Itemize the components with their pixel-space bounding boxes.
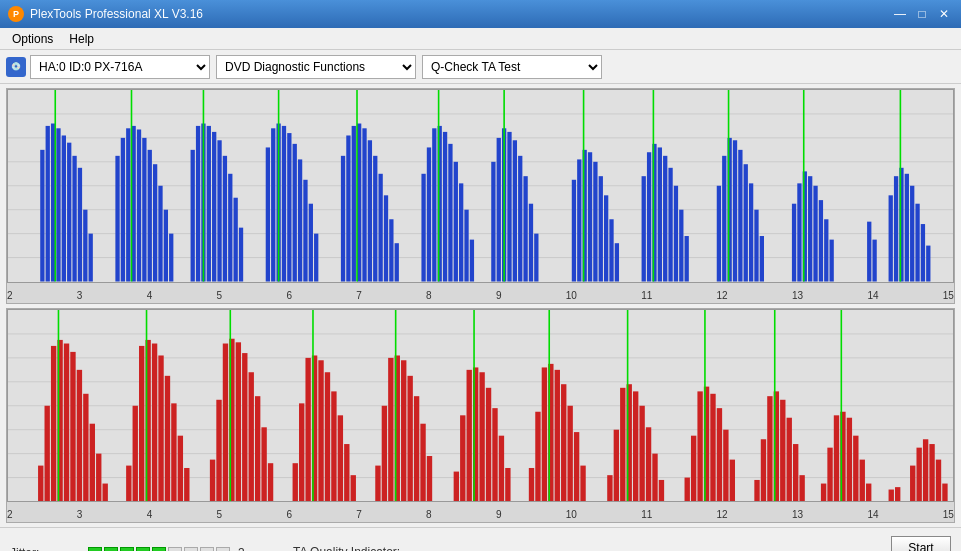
svg-rect-212 — [555, 369, 560, 501]
svg-rect-90 — [599, 176, 603, 281]
svg-rect-162 — [171, 403, 176, 501]
svg-rect-226 — [659, 479, 664, 501]
svg-rect-116 — [797, 183, 801, 281]
svg-rect-147 — [64, 343, 69, 501]
svg-rect-193 — [407, 375, 412, 501]
svg-rect-39 — [239, 228, 243, 282]
svg-rect-243 — [793, 444, 798, 501]
svg-rect-184 — [338, 415, 343, 501]
jitter-meter — [88, 547, 230, 552]
svg-rect-188 — [375, 465, 380, 501]
bottom-panel: Jitter: 3 Peak Shift: — [0, 527, 961, 551]
svg-rect-130 — [910, 186, 914, 282]
svg-rect-260 — [929, 444, 934, 501]
svg-rect-125 — [872, 240, 876, 282]
svg-rect-182 — [325, 372, 330, 501]
svg-rect-92 — [609, 219, 613, 281]
svg-rect-175 — [268, 463, 273, 501]
svg-rect-68 — [443, 132, 447, 282]
svg-rect-155 — [126, 465, 131, 501]
svg-rect-28 — [169, 234, 173, 282]
svg-rect-168 — [223, 343, 228, 501]
svg-rect-85 — [572, 180, 576, 282]
svg-rect-229 — [691, 435, 696, 501]
title-bar: P PlexTools Professional XL V3.16 — □ ✕ — [0, 0, 961, 28]
svg-rect-170 — [236, 342, 241, 501]
svg-rect-36 — [223, 156, 227, 282]
svg-rect-35 — [217, 140, 221, 281]
svg-rect-34 — [212, 132, 216, 282]
menu-help[interactable]: Help — [61, 30, 102, 48]
svg-rect-58 — [373, 156, 377, 282]
svg-rect-233 — [717, 408, 722, 501]
svg-rect-76 — [497, 138, 501, 282]
svg-rect-205 — [499, 435, 504, 501]
svg-rect-259 — [923, 439, 928, 501]
svg-rect-24 — [148, 150, 152, 282]
svg-rect-118 — [808, 176, 812, 281]
svg-rect-248 — [834, 415, 839, 501]
top-chart-svg — [7, 89, 954, 283]
svg-rect-13 — [72, 156, 76, 282]
svg-rect-209 — [535, 411, 540, 501]
svg-rect-95 — [642, 176, 646, 281]
svg-rect-12 — [67, 143, 71, 282]
function-select[interactable]: DVD Diagnostic Functions — [216, 55, 416, 79]
svg-rect-224 — [646, 427, 651, 501]
svg-rect-257 — [910, 465, 915, 501]
svg-rect-112 — [754, 210, 758, 282]
svg-rect-222 — [633, 391, 638, 501]
app-icon: P — [8, 6, 24, 22]
svg-rect-253 — [866, 483, 871, 501]
svg-rect-161 — [165, 375, 170, 501]
bottom-chart-svg — [7, 309, 954, 503]
svg-rect-192 — [401, 360, 406, 501]
svg-rect-261 — [936, 459, 941, 501]
start-button[interactable]: Start — [891, 536, 951, 552]
jitter-cell-8 — [200, 547, 214, 552]
svg-rect-144 — [45, 405, 50, 501]
svg-rect-53 — [346, 135, 350, 281]
svg-rect-241 — [780, 399, 785, 501]
drive-select[interactable]: HA:0 ID:0 PX-716A — [30, 55, 210, 79]
menu-options[interactable]: Options — [4, 30, 61, 48]
svg-rect-228 — [685, 477, 690, 501]
svg-rect-246 — [821, 483, 826, 501]
svg-rect-213 — [561, 384, 566, 501]
svg-rect-15 — [83, 210, 87, 282]
svg-rect-166 — [210, 459, 215, 501]
svg-rect-71 — [459, 183, 463, 281]
svg-rect-11 — [62, 135, 66, 281]
svg-rect-18 — [115, 156, 119, 282]
svg-rect-143 — [38, 465, 43, 501]
jitter-row: Jitter: 3 — [10, 546, 253, 552]
svg-rect-220 — [620, 387, 625, 501]
close-button[interactable]: ✕ — [935, 6, 953, 22]
svg-rect-72 — [464, 210, 468, 282]
svg-rect-113 — [760, 236, 764, 281]
start-btn-panel: Start i — [891, 536, 951, 552]
jitter-cell-4 — [136, 547, 150, 552]
svg-rect-64 — [421, 174, 425, 282]
svg-rect-96 — [647, 152, 651, 281]
svg-rect-98 — [658, 147, 662, 281]
svg-rect-195 — [420, 423, 425, 501]
drive-icon: 💿 — [6, 57, 26, 77]
svg-rect-218 — [607, 475, 612, 501]
svg-rect-256 — [895, 487, 900, 501]
svg-rect-121 — [824, 219, 828, 281]
svg-rect-133 — [926, 246, 930, 282]
svg-rect-48 — [303, 180, 307, 282]
svg-rect-42 — [271, 128, 275, 281]
svg-rect-214 — [567, 405, 572, 501]
svg-rect-223 — [639, 405, 644, 501]
minimize-button[interactable]: — — [891, 6, 909, 22]
svg-rect-50 — [314, 234, 318, 282]
svg-rect-119 — [813, 186, 817, 282]
test-select[interactable]: Q-Check TA Test — [422, 55, 602, 79]
svg-rect-132 — [921, 224, 925, 281]
svg-rect-199 — [460, 415, 465, 501]
maximize-button[interactable]: □ — [913, 6, 931, 22]
app-title: PlexTools Professional XL V3.16 — [30, 7, 203, 21]
svg-rect-196 — [427, 456, 432, 501]
